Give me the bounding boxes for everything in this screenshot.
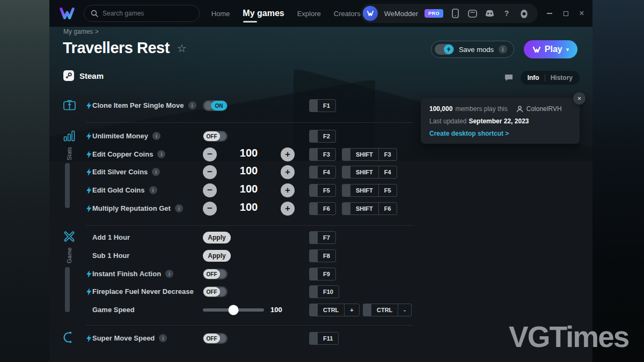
section-divider [86, 122, 413, 123]
apply-button[interactable]: Apply [203, 250, 231, 262]
slider-knob[interactable] [229, 305, 239, 315]
search-bar[interactable] [84, 5, 200, 22]
category-inventory-icon[interactable] [62, 100, 76, 110]
help-icon[interactable]: ? [501, 8, 512, 19]
info-icon[interactable]: i [152, 168, 160, 176]
hotkey-button[interactable]: F9 [309, 268, 336, 280]
category-game-icon[interactable] [62, 231, 76, 242]
minimize-button[interactable] [545, 9, 554, 18]
bolt-icon [86, 187, 92, 196]
play-button[interactable]: Play ▾ [524, 40, 577, 58]
info-icon[interactable]: i [499, 45, 507, 54]
cheat-toggle[interactable]: OFF [203, 269, 228, 279]
hotkey-button[interactable]: F2 [309, 130, 336, 143]
decrement-button[interactable]: − [203, 202, 217, 216]
decrement-button[interactable]: − [203, 165, 217, 179]
nav-creators[interactable]: Creators [334, 10, 361, 18]
titlebar: Home My games Explore Creators WeModder … [49, 0, 592, 27]
discord-icon[interactable] [484, 8, 495, 19]
nav-explore[interactable]: Explore [297, 10, 321, 18]
hotkey-button[interactable]: F7 [309, 231, 336, 244]
hotkey-button[interactable]: SHIFTF6 [342, 202, 397, 215]
search-input[interactable] [103, 10, 193, 17]
info-icon[interactable]: i [149, 186, 157, 194]
hotkey-button[interactable]: F8 [309, 249, 336, 262]
window-controls: × [545, 9, 586, 18]
tab-info[interactable]: Info [528, 74, 539, 82]
info-icon[interactable]: i [175, 204, 183, 212]
username[interactable]: WeModder [384, 10, 418, 18]
members-text: members play this [455, 105, 507, 113]
hotkey-button[interactable]: CTRL+ [309, 304, 360, 316]
info-icon[interactable]: i [152, 132, 160, 140]
hotkey-button[interactable]: SHIFTF3 [342, 148, 397, 161]
cheat-toggle[interactable]: OFF [203, 286, 228, 297]
decrement-button[interactable]: − [203, 147, 217, 161]
cheat-label: Edit Silver Coins [92, 168, 148, 176]
creator-name[interactable]: ColonelRVH [526, 105, 562, 113]
maximize-button[interactable] [561, 9, 570, 18]
avatar[interactable] [363, 6, 378, 21]
decrement-button[interactable]: − [203, 183, 217, 197]
nav-my-games[interactable]: My games [243, 9, 284, 18]
favorite-star-icon[interactable]: ☆ [177, 42, 187, 55]
section-scrollbar[interactable] [65, 163, 70, 208]
cheat-label: Edit Copper Coins [92, 150, 153, 158]
hotkey-button[interactable]: F10 [309, 285, 339, 298]
create-shortcut-link[interactable]: Create desktop shortcut > [429, 130, 571, 137]
info-icon[interactable]: i [157, 150, 165, 158]
cheat-label: Game Speed [92, 306, 135, 314]
hotkey-button[interactable]: F11 [309, 332, 339, 345]
game-speed-slider[interactable] [203, 308, 264, 312]
hotkey-button[interactable]: F4 [309, 166, 336, 179]
bolt-icon [86, 205, 92, 215]
cheat-value[interactable]: 100 [217, 165, 281, 177]
cheat-toggle[interactable]: OFF [203, 131, 228, 142]
info-icon[interactable]: i [165, 270, 173, 278]
save-mods-toggle[interactable]: Save mods i [431, 41, 514, 58]
close-button[interactable]: × [577, 9, 586, 18]
cheat-row: Edit Silver Coinsi − 100 + F4 SHIFTF4 [86, 166, 462, 179]
section-scrollbar[interactable] [65, 267, 70, 312]
mobile-app-icon[interactable] [450, 8, 460, 19]
cheat-value[interactable]: 100 [217, 147, 281, 159]
info-icon[interactable]: i [159, 334, 167, 342]
chat-icon[interactable] [504, 74, 513, 82]
category-stats-icon[interactable] [62, 130, 76, 142]
hotkey-button[interactable]: F3 [309, 148, 336, 161]
wemod-logo [59, 6, 75, 20]
cheat-value[interactable]: 100 [217, 183, 281, 195]
last-updated-prefix: Last updated [429, 117, 466, 125]
section-divider [86, 325, 413, 326]
hotkey-button[interactable]: F1 [309, 99, 336, 112]
hotkey-button[interactable]: F5 [309, 184, 336, 197]
popup-close-button[interactable]: × [573, 92, 586, 105]
breadcrumb[interactable]: My games > [63, 28, 99, 35]
cheat-label: Fireplace Fuel Never Decrease [92, 287, 194, 295]
cheat-label: Multiply Reputation Get [92, 204, 171, 212]
cheat-value[interactable]: 100 [217, 201, 281, 213]
hotkey-button[interactable]: F6 [309, 202, 336, 215]
apply-button[interactable]: Apply [203, 232, 231, 243]
cheat-row: Fireplace Fuel Never Decrease OFF F10 [86, 285, 462, 298]
settings-gear-icon[interactable] [518, 8, 529, 19]
info-icon[interactable]: i [188, 101, 196, 109]
increment-button[interactable]: + [281, 147, 295, 161]
cheat-toggle[interactable]: OFF [203, 333, 228, 344]
bolt-icon [86, 102, 92, 112]
wemod-window: Home My games Explore Creators WeModder … [49, 0, 592, 362]
increment-button[interactable]: + [281, 183, 295, 197]
hotkey-button[interactable]: SHIFTF4 [342, 166, 397, 179]
increment-button[interactable]: + [281, 165, 295, 179]
hotkey-button[interactable]: CTRL- [363, 304, 412, 316]
remote-play-icon[interactable] [467, 8, 478, 19]
cheat-label: Sub 1 Hour [92, 252, 129, 260]
nav-home[interactable]: Home [211, 10, 230, 18]
bolt-icon [86, 288, 92, 298]
hotkey-button[interactable]: SHIFTF5 [342, 184, 397, 197]
increment-button[interactable]: + [281, 202, 295, 216]
tab-history[interactable]: History [551, 74, 573, 82]
cheat-toggle[interactable]: ON [203, 100, 228, 111]
save-mods-switch[interactable] [435, 44, 454, 55]
category-movement-icon[interactable] [62, 331, 76, 343]
